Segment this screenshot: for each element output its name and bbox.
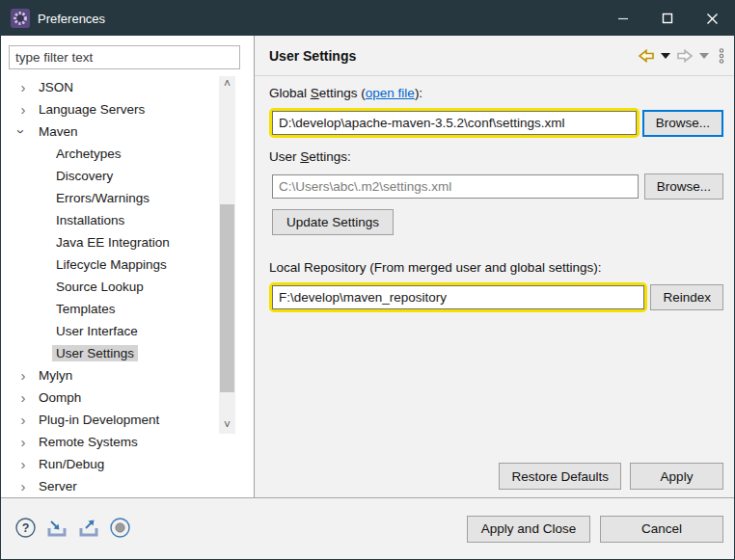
preferences-tree: ›JSON ›Language Servers ›Maven Archetype…	[1, 76, 217, 495]
update-settings-row: Update Settings	[272, 209, 723, 235]
chevron-right-icon[interactable]: ›	[16, 413, 30, 427]
reindex-button[interactable]: Reindex	[650, 284, 723, 310]
chevron-down-icon[interactable]: ›	[14, 125, 29, 139]
sidebar-item-installations[interactable]: Installations	[1, 209, 217, 231]
sidebar-item-discovery[interactable]: Discovery	[1, 165, 217, 187]
apply-and-close-button[interactable]: Apply and Close	[467, 516, 590, 543]
footer-icons: ?	[14, 517, 131, 542]
local-repository-highlight	[269, 282, 647, 312]
global-settings-highlight	[269, 108, 640, 138]
dialog-body: ›JSON ›Language Servers ›Maven Archetype…	[1, 36, 734, 497]
window-title: Preferences	[38, 12, 105, 26]
sidebar-item-plugin-development[interactable]: ›Plug-in Development	[1, 409, 217, 431]
page-header: User Settings	[255, 36, 734, 76]
preferences-sidebar: ›JSON ›Language Servers ›Maven Archetype…	[1, 36, 255, 497]
preferences-gear-icon	[11, 9, 30, 28]
sidebar-item-json[interactable]: ›JSON	[1, 76, 217, 98]
scrollbar-thumb[interactable]	[220, 204, 234, 392]
chevron-right-icon[interactable]: ›	[16, 457, 30, 471]
sidebar-item-user-settings[interactable]: User Settings	[1, 342, 217, 364]
sidebar-item-language-servers[interactable]: ›Language Servers	[1, 98, 217, 120]
chevron-right-icon[interactable]: ›	[16, 102, 30, 117]
chevron-right-icon[interactable]: ›	[16, 390, 30, 405]
local-repository-input[interactable]	[272, 285, 644, 309]
chevron-right-icon[interactable]: ›	[16, 479, 30, 493]
close-button[interactable]	[690, 1, 734, 36]
user-settings-label: User Settings:	[269, 149, 723, 164]
sidebar-item-templates[interactable]: Templates	[1, 298, 217, 320]
sidebar-item-server[interactable]: ›Server	[1, 475, 217, 495]
local-repository-label: Local Repository (From merged user and g…	[269, 260, 723, 275]
user-browse-button[interactable]: Browse...	[644, 173, 723, 200]
forward-button[interactable]	[676, 48, 694, 64]
view-menu-icon[interactable]	[719, 48, 724, 64]
sidebar-item-oomph[interactable]: ›Oomph	[1, 387, 217, 409]
sidebar-item-archetypes[interactable]: Archetypes	[1, 143, 217, 165]
scroll-down-icon[interactable]: ˅	[219, 417, 235, 434]
forward-history-dropdown-icon[interactable]	[699, 53, 709, 59]
preference-recorder-icon[interactable]	[109, 517, 131, 542]
chevron-right-icon[interactable]: ›	[16, 435, 30, 449]
help-icon[interactable]: ?	[14, 517, 37, 542]
local-repository-row: Reindex	[269, 282, 723, 312]
global-settings-row: Browse...	[269, 108, 723, 138]
sidebar-item-maven[interactable]: ›Maven	[1, 120, 217, 143]
sidebar-item-java-ee-integration[interactable]: Java EE Integration	[1, 231, 217, 253]
minimize-button[interactable]	[601, 1, 645, 36]
tree-scrollbar[interactable]: ˄ ˅	[219, 76, 235, 434]
dialog-button-bar: ? Apply and Close Cancel	[1, 497, 734, 559]
preferences-dialog: Preferences ›JSON ›Language Servers ›Mav…	[0, 0, 735, 560]
sidebar-item-source-lookup[interactable]: Source Lookup	[1, 276, 217, 298]
maximize-button[interactable]	[645, 1, 690, 36]
sidebar-item-run-debug[interactable]: ›Run/Debug	[1, 453, 217, 475]
global-settings-input[interactable]	[272, 111, 637, 135]
page-title: User Settings	[269, 48, 356, 64]
chevron-right-icon[interactable]: ›	[16, 368, 30, 383]
open-file-link[interactable]: open file	[366, 86, 415, 100]
svg-text:?: ?	[22, 521, 30, 535]
scroll-up-icon[interactable]: ˄	[219, 76, 235, 93]
sidebar-item-mylyn[interactable]: ›Mylyn	[1, 364, 217, 387]
sidebar-item-user-interface[interactable]: User Interface	[1, 320, 217, 342]
user-settings-page: User Settings	[255, 36, 734, 497]
cancel-button[interactable]: Cancel	[600, 516, 723, 543]
page-content: Global Settings (open file): Browse... U…	[255, 76, 734, 463]
titlebar: Preferences	[1, 1, 734, 36]
restore-defaults-button[interactable]: Restore Defaults	[499, 463, 621, 490]
update-settings-button[interactable]: Update Settings	[272, 209, 394, 235]
back-button[interactable]	[638, 48, 655, 64]
user-settings-input[interactable]	[272, 174, 639, 199]
back-history-dropdown-icon[interactable]	[661, 53, 670, 59]
user-settings-wrap	[269, 172, 641, 201]
user-settings-row: Browse...	[269, 172, 723, 201]
chevron-right-icon[interactable]: ›	[16, 80, 30, 94]
sidebar-item-errors-warnings[interactable]: Errors/Warnings	[1, 187, 217, 209]
page-footer: Restore Defaults Apply	[255, 463, 734, 497]
global-browse-button[interactable]: Browse...	[642, 110, 723, 137]
sidebar-item-lifecycle-mappings[interactable]: Lifecycle Mappings	[1, 253, 217, 276]
export-preferences-icon[interactable]	[77, 517, 100, 542]
apply-button[interactable]: Apply	[630, 463, 723, 490]
import-preferences-icon[interactable]	[45, 517, 68, 542]
sidebar-item-remote-systems[interactable]: ›Remote Systems	[1, 431, 217, 453]
filter-input[interactable]	[9, 45, 240, 69]
global-settings-label: Global Settings (open file):	[269, 86, 723, 100]
